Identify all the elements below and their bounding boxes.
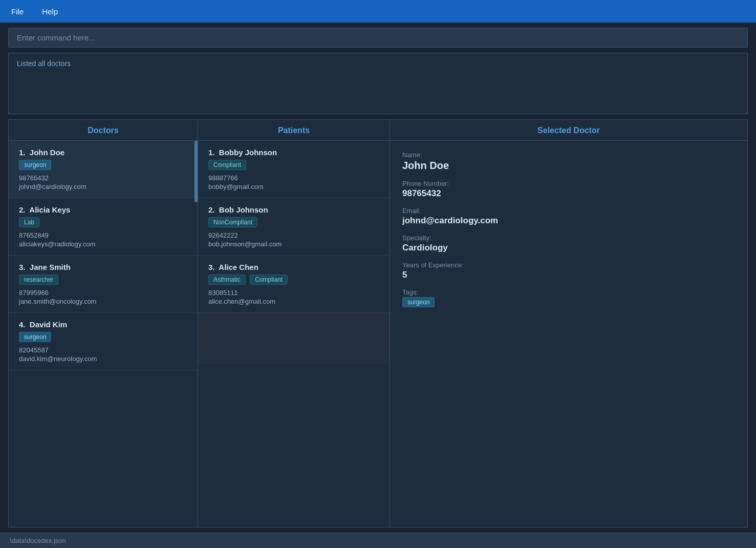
patient-1-phone: 98887766	[208, 174, 381, 182]
doctor-3-email: jane.smith@oncology.com	[19, 298, 189, 305]
specialty-label: Specialty:	[402, 234, 735, 242]
tags-label: Tags:	[402, 288, 735, 296]
menu-help[interactable]: Help	[39, 5, 61, 18]
specialty-value: Cardiology	[402, 243, 735, 253]
phone-label: Phone Number:	[402, 180, 735, 187]
patients-header: Patients	[198, 120, 390, 141]
patient-3-phone: 83085111	[208, 289, 381, 297]
doctor-3-tag-0: researcher	[19, 275, 58, 285]
doctor-1-name: 1. John Doe	[19, 148, 189, 157]
patient-3-tag-1: Compliant	[250, 275, 288, 285]
statusbar: .\data\docedex.json	[0, 533, 756, 548]
menubar: File Help	[0, 0, 756, 23]
output-area: Listed all doctors	[8, 53, 748, 114]
main-columns: Doctors 1. John Doe surgeon 98765432 joh…	[8, 119, 748, 528]
doctor-item-2[interactable]: 2. Alicia Keys Lab 87652849 aliciakeys@r…	[9, 198, 198, 256]
patient-1-tag-0: Compliant	[208, 160, 246, 170]
doctor-4-phone: 82045587	[19, 346, 189, 354]
doctor-3-phone: 87995966	[19, 289, 189, 297]
command-input[interactable]	[8, 28, 748, 48]
email-label: Email:	[402, 207, 735, 215]
selected-doctor-header: Selected Doctor	[390, 120, 747, 141]
doctor-3-name: 3. Jane Smith	[19, 263, 189, 271]
patient-2-tag-0: NonCompliant	[208, 217, 257, 227]
doctor-1-email: johnd@cardiology.com	[19, 183, 189, 191]
name-value: John Doe	[402, 160, 735, 172]
doctor-4-name: 4. David Kim	[19, 320, 189, 329]
doctors-list[interactable]: 1. John Doe surgeon 98765432 johnd@cardi…	[9, 141, 198, 527]
doctor-2-phone: 87652849	[19, 231, 189, 239]
doctor-1-phone: 98765432	[19, 174, 189, 182]
email-value: johnd@cardiology.com	[402, 216, 735, 226]
doctor-item-1[interactable]: 1. John Doe surgeon 98765432 johnd@cardi…	[9, 141, 198, 198]
doctor-item-4[interactable]: 4. David Kim surgeon 82045587 david.kim@…	[9, 313, 198, 370]
patients-empty-area	[198, 313, 390, 364]
patient-3-email: alice.chen@gmail.com	[208, 298, 381, 305]
patients-column: Patients 1. Bobby Johnson Compliant 9888…	[198, 120, 390, 527]
phone-value: 98765432	[402, 188, 735, 199]
doctor-2-tag-0: Lab	[19, 217, 39, 227]
doctor-2-name: 2. Alicia Keys	[19, 205, 189, 214]
patient-3-tag-0: Asthmatic	[208, 275, 246, 285]
patient-1-name: 1. Bobby Johnson	[208, 148, 381, 157]
menu-file[interactable]: File	[8, 5, 27, 18]
doctors-column: Doctors 1. John Doe surgeon 98765432 joh…	[9, 120, 198, 527]
selected-doctor-column: Selected Doctor Name: John Doe Phone Num…	[390, 120, 747, 527]
doctor-item-3[interactable]: 3. Jane Smith researcher 87995966 jane.s…	[9, 256, 198, 313]
experience-value: 5	[402, 270, 735, 280]
doctor-4-tag-0: surgeon	[19, 332, 51, 342]
patient-item-2[interactable]: 2. Bob Johnson NonCompliant 92642222 bob…	[198, 198, 390, 256]
patient-3-name: 3. Alice Chen	[208, 263, 381, 271]
experience-label: Years of Experience:	[402, 261, 735, 269]
selected-doctor-tag-0: surgeon	[402, 297, 435, 307]
doctor-4-email: david.kim@neurology.com	[19, 355, 189, 363]
patients-list[interactable]: 1. Bobby Johnson Compliant 98887766 bobb…	[198, 141, 390, 527]
patient-2-name: 2. Bob Johnson	[208, 205, 381, 214]
doctor-2-email: aliciakeys@radiology.com	[19, 240, 189, 248]
patient-2-email: bob.johnson@gmail.com	[208, 240, 381, 248]
patient-item-1[interactable]: 1. Bobby Johnson Compliant 98887766 bobb…	[198, 141, 390, 198]
command-area	[0, 23, 756, 53]
patient-1-email: bobby@gmail.com	[208, 183, 381, 191]
doctors-header: Doctors	[9, 120, 198, 141]
patient-item-3[interactable]: 3. Alice Chen Asthmatic Compliant 830851…	[198, 256, 390, 313]
statusbar-text: .\data\docedex.json	[8, 537, 66, 544]
patient-2-phone: 92642222	[208, 231, 381, 239]
output-text: Listed all doctors	[17, 59, 71, 68]
name-label: Name:	[402, 151, 735, 159]
selected-doctor-panel: Name: John Doe Phone Number: 98765432 Em…	[390, 141, 747, 320]
doctor-1-tag-0: surgeon	[19, 160, 51, 170]
